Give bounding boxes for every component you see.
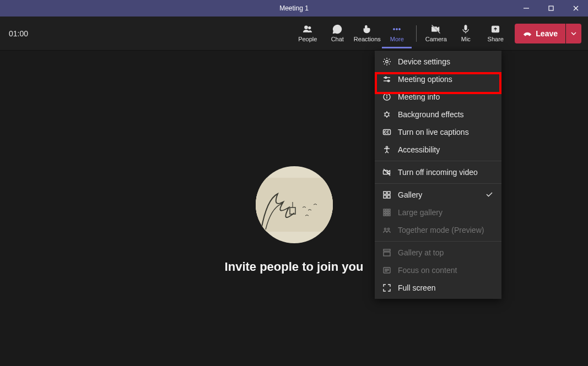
more-button[interactable]: More	[382, 18, 412, 48]
svg-rect-32	[384, 195, 386, 198]
svg-rect-35	[386, 209, 388, 211]
fullscreen-icon	[382, 283, 391, 292]
menu-separator	[375, 161, 501, 161]
minimize-icon	[523, 5, 530, 12]
chat-button[interactable]: Chat	[322, 18, 352, 48]
menu-label: Meeting options	[398, 75, 452, 84]
menu-label: Meeting info	[398, 92, 440, 101]
reactions-icon	[362, 23, 373, 36]
svg-rect-45	[384, 249, 390, 251]
focus-icon	[382, 266, 391, 275]
menu-accessibility[interactable]: Accessibility	[375, 141, 501, 159]
menu-device-settings[interactable]: Device settings	[375, 53, 501, 70]
check-icon	[485, 190, 494, 200]
window-controls	[514, 0, 588, 17]
participant-avatar	[256, 166, 333, 243]
leave-dropdown-button[interactable]	[566, 24, 581, 43]
menu-label: Large gallery	[398, 208, 443, 217]
sparkle-icon	[382, 110, 391, 119]
menu-meeting-info[interactable]: Meeting info	[375, 88, 501, 106]
together-icon	[382, 226, 391, 234]
menu-background-effects[interactable]: Background effects	[375, 106, 501, 123]
chevron-down-icon	[570, 30, 577, 37]
menu-label: Turn on live captions	[398, 128, 469, 136]
camera-label: Camera	[425, 36, 447, 42]
svg-point-17	[386, 61, 388, 63]
svg-point-25	[385, 113, 389, 117]
mic-label: Mic	[461, 36, 471, 42]
svg-point-4	[305, 26, 308, 29]
svg-rect-1	[549, 6, 553, 10]
menu-separator	[375, 241, 501, 242]
meeting-timer: 01:00	[9, 29, 28, 38]
menu-gallery[interactable]: Gallery	[375, 186, 501, 204]
menu-separator	[375, 183, 501, 184]
svg-rect-42	[389, 214, 390, 216]
svg-point-24	[387, 95, 387, 96]
teams-meeting-window: Meeting 1 01:00 People Chat	[0, 0, 588, 366]
menu-label: Background effects	[398, 110, 464, 119]
mic-button[interactable]: Mic	[451, 18, 481, 48]
close-icon	[573, 5, 579, 12]
menu-label: Together mode (Preview)	[398, 226, 484, 234]
share-button[interactable]: Share	[481, 18, 510, 48]
chat-icon	[332, 23, 343, 36]
menu-label: Gallery	[398, 190, 422, 199]
more-label: More	[390, 36, 404, 42]
gallery-top-icon	[382, 248, 391, 257]
leave-label: Leave	[536, 29, 558, 38]
svg-rect-46	[384, 252, 390, 256]
svg-point-27	[386, 146, 387, 148]
menu-live-captions[interactable]: Turn on live captions	[375, 123, 501, 141]
window-title: Meeting 1	[0, 4, 588, 12]
minimize-button[interactable]	[514, 0, 538, 17]
svg-rect-33	[387, 195, 390, 198]
svg-rect-40	[384, 214, 385, 216]
svg-rect-11	[465, 25, 467, 30]
mic-icon	[460, 23, 471, 36]
camera-button[interactable]: Camera	[421, 18, 451, 48]
menu-focus-on-content: Focus on content	[375, 261, 501, 279]
menu-turn-off-incoming[interactable]: Turn off incoming video	[375, 163, 501, 181]
menu-label: Device settings	[398, 57, 450, 66]
reactions-button[interactable]: Reactions	[352, 18, 382, 48]
menu-label: Full screen	[398, 283, 435, 292]
more-icon	[391, 23, 402, 36]
close-button[interactable]	[563, 0, 588, 17]
people-label: People	[298, 36, 317, 42]
people-button[interactable]: People	[293, 18, 322, 48]
reactions-label: Reactions	[354, 36, 381, 42]
svg-rect-39	[389, 212, 390, 214]
avatar-image	[256, 178, 333, 232]
chat-label: Chat	[331, 36, 344, 42]
menu-label: Turn off incoming video	[398, 168, 478, 177]
more-menu: Device settings Meeting options Meeting …	[375, 51, 501, 299]
camera-off-icon	[430, 23, 441, 36]
invite-text: Invite people to join you	[225, 260, 364, 274]
video-off-icon	[382, 168, 391, 177]
svg-point-8	[399, 29, 401, 30]
menu-together-mode: Together mode (Preview)	[375, 221, 501, 239]
maximize-button[interactable]	[538, 0, 563, 17]
people-icon	[302, 23, 313, 36]
cc-icon	[382, 128, 391, 136]
svg-rect-38	[386, 212, 388, 214]
share-label: Share	[488, 36, 504, 42]
svg-rect-37	[384, 212, 385, 214]
svg-point-43	[384, 228, 386, 230]
leave-group: Leave	[515, 24, 581, 43]
menu-meeting-options[interactable]: Meeting options	[375, 70, 501, 88]
menu-label: Accessibility	[398, 145, 440, 154]
menu-full-screen[interactable]: Full screen	[375, 279, 501, 297]
svg-point-7	[396, 29, 398, 30]
meeting-toolbar: 01:00 People Chat Reactions More	[0, 17, 588, 51]
leave-button[interactable]: Leave	[515, 24, 565, 43]
accessibility-icon	[382, 145, 391, 154]
grid-icon	[382, 190, 391, 199]
svg-point-44	[387, 228, 389, 230]
menu-label: Gallery at top	[398, 248, 444, 257]
large-grid-icon	[382, 208, 391, 217]
svg-point-6	[393, 29, 395, 30]
gear-icon	[382, 57, 391, 66]
svg-rect-34	[384, 209, 385, 211]
